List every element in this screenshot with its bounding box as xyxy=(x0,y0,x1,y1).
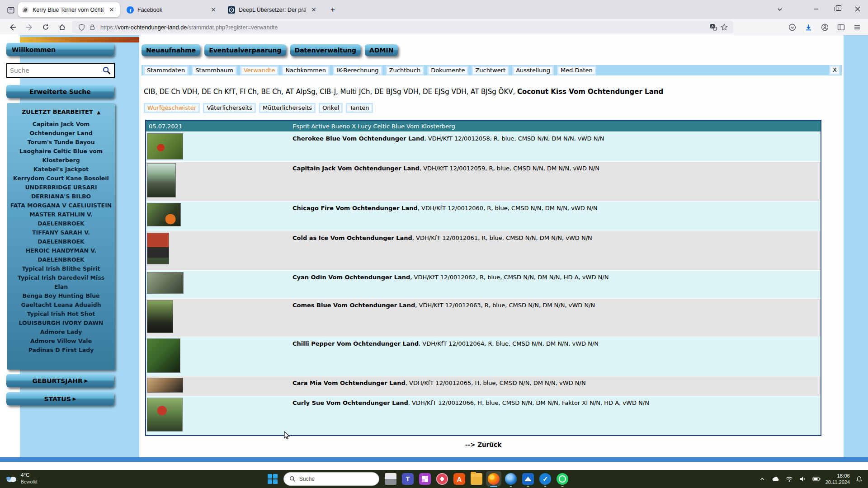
status-button[interactable]: STATUS▶ xyxy=(6,392,114,405)
birth-year-button[interactable]: GEBURTSJAHR▶ xyxy=(6,374,114,387)
recent-dog-link[interactable]: DERRIANA'S BILBO xyxy=(7,192,115,201)
dog-photo[interactable] xyxy=(147,378,183,393)
clock[interactable]: 18:06 20.11.2024 xyxy=(826,473,850,485)
dog-photo[interactable] xyxy=(147,233,169,264)
register-tab[interactable]: Nachkommen xyxy=(282,66,330,75)
taskbar-app-button[interactable] xyxy=(554,470,571,488)
recent-dog-link[interactable]: Benga Boy Hunting Blue xyxy=(7,291,115,300)
admin-nav-button[interactable]: Eventualverpaarung xyxy=(204,44,286,56)
recent-dog-link[interactable]: Katebel's Jackpot xyxy=(7,165,115,174)
dog-photo[interactable] xyxy=(147,163,176,197)
wifi-tray-button[interactable] xyxy=(785,474,794,483)
recent-dog-link[interactable]: Torum's Tunde Bayou xyxy=(7,138,115,147)
dog-photo[interactable] xyxy=(147,272,184,294)
dog-photo[interactable] xyxy=(147,338,180,373)
recent-dog-link[interactable]: Laoghaire Celtic Blue vom Klosterberg xyxy=(7,147,115,165)
welcome-button[interactable]: Willkommen xyxy=(6,43,114,56)
close-register-tab[interactable]: X xyxy=(829,65,840,75)
register-tab[interactable]: Ausstellung xyxy=(512,66,554,75)
register-tab[interactable]: Stammbaum xyxy=(192,66,237,75)
recent-dog-link[interactable]: Typical Irish Blithe Spirit xyxy=(7,264,115,273)
battery-tray-button[interactable] xyxy=(812,474,821,483)
dog-row[interactable]: Cherokee Blue Vom Ochtendunger Land, VDH… xyxy=(146,131,821,161)
onedrive-tray-button[interactable] xyxy=(771,474,780,483)
taskbar-search[interactable]: Suche xyxy=(283,472,379,486)
tray-overflow-button[interactable] xyxy=(758,474,767,483)
tab-close-icon[interactable]: ✕ xyxy=(107,5,116,14)
recent-dog-link[interactable]: Typical Irish Hot Shot xyxy=(7,310,115,319)
tab-close-icon[interactable]: ✕ xyxy=(209,5,218,14)
account-button[interactable] xyxy=(819,21,830,33)
volume-tray-button[interactable] xyxy=(798,474,807,483)
admin-nav-button[interactable]: Neuaufnahme xyxy=(142,44,200,56)
back-button[interactable] xyxy=(6,21,18,33)
tab-close-icon[interactable]: ✕ xyxy=(309,5,318,14)
url-bar[interactable]: https://vom-ochtendunger-land.de/stammda… xyxy=(72,21,733,33)
taskbar-app-button[interactable] xyxy=(485,470,502,488)
firefox-view-button[interactable] xyxy=(5,5,16,15)
sidebars-button[interactable] xyxy=(835,21,847,33)
register-tab[interactable]: Verwandte xyxy=(240,66,278,75)
dog-photo[interactable] xyxy=(147,300,173,333)
relation-tab[interactable]: Wurfgeschwister xyxy=(144,103,200,113)
register-tab[interactable]: Med.Daten xyxy=(557,66,596,75)
taskbar-app-button[interactable] xyxy=(468,470,485,488)
register-tab[interactable]: Zuchtbuch xyxy=(386,66,425,75)
weather-widget[interactable]: 4°C Bewölkt xyxy=(5,472,38,485)
maximize-button[interactable] xyxy=(826,0,847,18)
taskbar-app-button[interactable]: A xyxy=(451,470,468,488)
relation-tab[interactable]: Mütterlicherseits xyxy=(259,103,316,113)
advanced-search-button[interactable]: Erweiterte Suche xyxy=(6,85,114,98)
menu-button[interactable] xyxy=(851,21,863,33)
new-tab-button[interactable]: + xyxy=(327,4,339,16)
relation-tab[interactable]: Väterlicherseits xyxy=(203,103,256,113)
dog-row[interactable]: Capitain Jack Vom Ochtendunger Land, VDH… xyxy=(146,161,821,201)
dog-photo[interactable] xyxy=(147,398,183,432)
dog-row[interactable]: Cold as Ice Vom Ochtendunger Land, VDH/K… xyxy=(146,231,821,270)
reload-button[interactable] xyxy=(40,21,52,33)
recent-dog-link[interactable]: Padinas D First Lady xyxy=(7,346,115,355)
minimize-button[interactable] xyxy=(806,0,826,18)
relation-tab[interactable]: Tanten xyxy=(346,103,373,113)
admin-nav-button[interactable]: Datenverwaltung xyxy=(290,44,361,56)
home-button[interactable] xyxy=(56,21,68,33)
recent-dog-link[interactable]: Kerrydom Court Kane Bosoleil xyxy=(7,174,115,183)
taskbar-app-button[interactable] xyxy=(416,470,434,488)
notifications-button[interactable] xyxy=(854,474,863,483)
taskbar-app-button[interactable] xyxy=(382,470,399,488)
taskbar-app-button[interactable] xyxy=(434,470,451,488)
recent-dog-link[interactable]: UNDERBRIDGE URSARI xyxy=(7,183,115,192)
pocket-button[interactable] xyxy=(786,21,798,33)
dog-row[interactable]: Curly Sue Vom Ochtendunger Land, VDH/KfT… xyxy=(146,396,821,435)
recent-dog-link[interactable]: Typical Irish Daredevil Miss Elan xyxy=(7,273,115,291)
taskbar-app-button[interactable] xyxy=(502,470,519,488)
tracking-shield-icon[interactable] xyxy=(76,22,87,33)
recent-dog-link[interactable]: Admore Lady xyxy=(7,328,115,337)
dog-row[interactable]: Cyan Odin Vom Ochtendunger Land, VDH/KfT… xyxy=(146,270,821,298)
recent-dog-link[interactable]: HEROIC HANDYMAN V. DAELENBROEK xyxy=(7,246,115,264)
browser-tab[interactable]: f Facebook ✕ xyxy=(123,2,222,17)
search-input[interactable] xyxy=(10,67,102,74)
browser-tab[interactable]: Kerry Blue Terrier vom Ochtend ✕ xyxy=(18,2,120,17)
recent-dog-link[interactable]: Admore Villow Vale xyxy=(7,337,115,346)
lock-icon[interactable] xyxy=(87,22,98,33)
recent-dog-link[interactable]: Gaeltacht Leana Aduaidh xyxy=(7,300,115,310)
browser-tab[interactable]: DeepL Übersetzer: Der präzisest ✕ xyxy=(224,2,322,17)
forward-button[interactable] xyxy=(24,21,35,33)
recently-edited-header[interactable]: ZULETZT BEARBEITET ▲ xyxy=(7,108,115,115)
dog-row[interactable]: Chilli Pepper Vom Ochtendunger Land, VDH… xyxy=(146,337,821,376)
recent-dog-link[interactable]: LOUISBURGH IVORY DAWN xyxy=(7,319,115,328)
downloads-button[interactable] xyxy=(802,21,814,33)
register-tab[interactable]: Zuchtwert xyxy=(472,66,509,75)
taskbar-app-button[interactable]: T xyxy=(399,470,416,488)
list-all-tabs-button[interactable] xyxy=(774,4,786,15)
register-tab[interactable]: IK-Berechnung xyxy=(333,66,382,75)
dog-row[interactable]: Comes Blue Vom Ochtendunger Land, VDH/Kf… xyxy=(146,298,821,337)
taskbar-app-button[interactable]: ✓ xyxy=(537,470,554,488)
dog-photo[interactable] xyxy=(147,133,183,160)
start-button[interactable] xyxy=(264,471,281,487)
translate-button[interactable]: A xyxy=(708,22,719,33)
dog-photo[interactable] xyxy=(147,203,181,226)
bookmark-star-button[interactable] xyxy=(719,22,730,33)
register-tab[interactable]: Stammdaten xyxy=(143,66,189,75)
